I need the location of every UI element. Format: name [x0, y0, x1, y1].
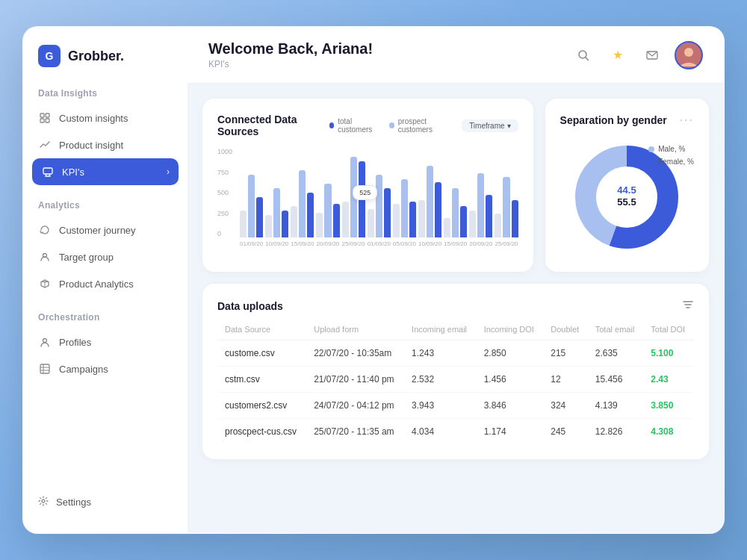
logo-area: G Grobber. [23, 45, 187, 88]
cell-total-email-4: 12.826 [588, 419, 644, 445]
top-widgets-row: Connected Data Sources total customers p… [202, 99, 709, 272]
cell-total-email-3: 4.139 [588, 393, 644, 419]
bar-light [503, 177, 509, 237]
cell-doi-4: 1.174 [477, 419, 544, 445]
legend-label-male: Male, % [658, 145, 685, 153]
bar-gray [444, 218, 450, 237]
monitor-icon [41, 165, 55, 178]
filter-button[interactable] [682, 299, 694, 313]
search-button[interactable] [571, 43, 595, 67]
mail-button[interactable] [640, 43, 664, 67]
bar-light [427, 166, 433, 237]
sidebar-item-customer-journey[interactable]: Customer journey [23, 217, 187, 243]
cell-doi-1: 2.850 [477, 340, 544, 367]
bar-gray [393, 204, 400, 237]
sidebar-item-settings[interactable]: Settings [38, 489, 173, 515]
bar-light [376, 175, 382, 237]
timeframe-button[interactable]: Timeframe ▾ [462, 119, 518, 132]
cell-source-1: custome.csv [217, 340, 306, 367]
bar-gray [265, 215, 272, 237]
cell-email-4: 4.034 [404, 419, 477, 445]
svg-line-18 [586, 57, 589, 60]
legend-dot-prospect [389, 122, 394, 128]
table-row: proscpect-cus.csv 25/07/20 - 11:35 am 4.… [217, 419, 694, 445]
timeframe-label: Timeframe [469, 122, 504, 130]
bar-blue [409, 202, 416, 237]
bar-light [248, 175, 255, 237]
cell-total-email-1: 2.635 [588, 340, 644, 367]
bar-gray [418, 200, 425, 237]
y-label-1000: 1000 [217, 148, 232, 155]
svg-point-16 [42, 500, 45, 503]
y-axis: 1000 750 500 250 0 [217, 148, 232, 237]
star-button[interactable]: ★ [606, 43, 630, 67]
bar-group-5-tooltip: 525 [342, 157, 365, 237]
sidebar-item-profiles[interactable]: Profiles [23, 329, 187, 355]
sidebar-section-orchestration: Orchestration Profiles [23, 312, 187, 397]
more-options-button[interactable]: ··· [680, 113, 694, 127]
top-bar-left: Welcome Back, Ariana! KPI's [208, 40, 373, 69]
sidebar-item-custom-insights[interactable]: Custom insights [23, 105, 187, 131]
uploads-table: Data Source Upload form Incoming email I… [217, 319, 694, 444]
avatar[interactable] [675, 41, 703, 69]
bar-light [299, 170, 306, 237]
legend-dot-male [648, 146, 654, 152]
svg-rect-4 [43, 168, 52, 174]
bar-blue [486, 195, 492, 237]
bar-group-1 [240, 175, 263, 237]
chart-legend: total customers prospect customers [329, 117, 453, 134]
app-container: G Grobber. Data Insights Custom insights [22, 26, 725, 534]
table-row: custome.csv 22/07/20 - 10:35am 1.243 2.8… [217, 340, 694, 367]
bar-group-3 [291, 170, 314, 237]
chart-card-title: Connected Data Sources [217, 113, 329, 137]
cell-total-doi-2: 2.43 [643, 367, 694, 393]
data-uploads-card: Data uploads Data Source Upload form Inc… [202, 284, 709, 459]
bar-gray [291, 206, 297, 237]
x-label-8: 10/09/20 [418, 240, 441, 247]
y-label-500: 500 [217, 189, 232, 196]
connected-data-sources-card: Connected Data Sources total customers p… [202, 99, 533, 272]
cell-upload-4: 25/07/20 - 11:35 am [306, 419, 404, 445]
col-incoming-doi: Incoming DOI [477, 319, 544, 340]
cell-upload-2: 21/07/20 - 11:40 pm [306, 367, 404, 393]
main-content: Welcome Back, Ariana! KPI's ★ [187, 27, 724, 533]
bar-group-9 [444, 188, 467, 237]
x-label-3: 15/09/20 [291, 240, 314, 247]
x-label-6: 01/09/20 [368, 240, 391, 247]
sidebar-item-kpis[interactable]: KPI's › [32, 158, 179, 185]
sidebar-label-profiles: Profiles [59, 337, 91, 348]
cell-upload-3: 24/07/20 - 04:12 pm [306, 393, 404, 419]
y-label-750: 750 [217, 169, 232, 176]
person-icon [38, 335, 52, 349]
y-label-0: 0 [217, 230, 232, 237]
top-bar: Welcome Back, Ariana! KPI's ★ [187, 27, 724, 84]
sidebar-item-product-insight[interactable]: Product insight [23, 131, 187, 158]
sidebar-label-target-group: Target group [59, 252, 114, 263]
bar-gray [495, 214, 501, 237]
sidebar-footer: Settings [23, 489, 187, 515]
legend-label-total: total customers [338, 117, 380, 134]
bar-blue [512, 200, 518, 237]
legend-dot-female [648, 159, 654, 165]
sidebar-item-target-group[interactable]: Target group [23, 243, 187, 270]
cell-doublet-1: 215 [543, 340, 588, 367]
sidebar-label-custom-insights: Custom insights [59, 113, 128, 124]
svg-point-21 [684, 48, 693, 57]
sidebar-item-campaigns[interactable]: Campaigns [23, 355, 187, 382]
sidebar-label-product-analytics: Product Analytics [59, 279, 134, 290]
section-title-analytics: Analytics [23, 200, 187, 217]
col-incoming-email: Incoming email [404, 319, 477, 340]
svg-point-11 [43, 339, 47, 343]
bar-blue [256, 197, 263, 237]
donut-legend: Male, % Female, % [648, 145, 694, 166]
svg-rect-1 [46, 113, 49, 117]
cell-total-doi-4: 4.308 [643, 419, 694, 445]
table-row: customers2.csv 24/07/20 - 04:12 pm 3.943… [217, 393, 694, 419]
sidebar: G Grobber. Data Insights Custom insights [23, 27, 187, 533]
sidebar-item-product-analytics[interactable]: Product Analytics [23, 270, 187, 297]
svg-rect-12 [40, 364, 49, 373]
cell-source-2: cstm.csv [217, 367, 306, 393]
sidebar-label-product-insight: Product insight [59, 140, 123, 151]
table-icon [38, 362, 52, 376]
svg-rect-0 [40, 113, 44, 117]
